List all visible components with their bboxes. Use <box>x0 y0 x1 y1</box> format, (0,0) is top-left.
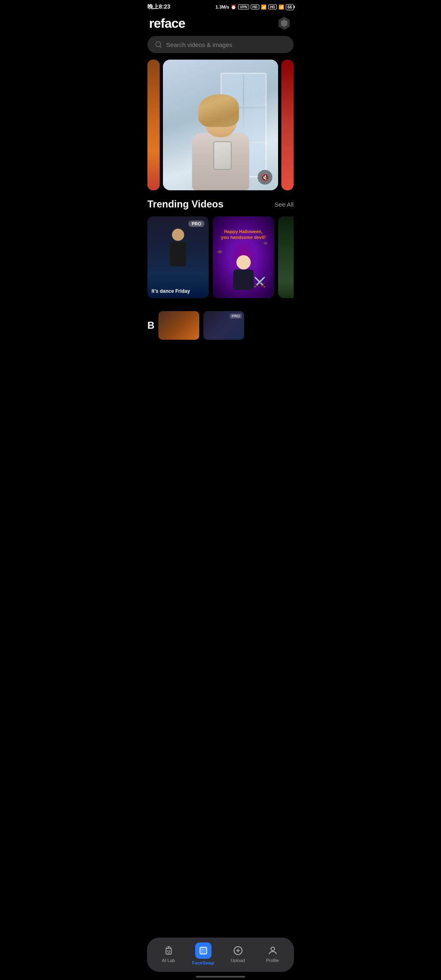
hero-carousel: 🔇 <box>141 60 300 190</box>
status-right: 1.3M/s ⏰ VPN HD 📶 HD 📶 66 <box>216 4 294 10</box>
app-logo: reface <box>149 16 185 31</box>
card-gradient-overlay <box>147 274 209 298</box>
status-time: 晚上8:23 <box>147 3 170 11</box>
mute-button[interactable]: 🔇 <box>258 170 272 185</box>
person-head <box>204 100 237 137</box>
svg-line-1 <box>160 46 161 47</box>
search-container: Search videos & images <box>141 36 300 60</box>
person-body <box>192 133 249 190</box>
video-label-dance: It's dance Friday <box>151 288 205 294</box>
pro-badge-dance: PRO <box>188 220 205 227</box>
bottom-thumbnail[interactable] <box>158 311 199 340</box>
dancer-body <box>170 242 186 266</box>
battery-indicator: 66 <box>286 4 294 10</box>
trending-title: Trending Videos <box>147 198 223 210</box>
devil-head <box>236 255 251 270</box>
bottom-content-row: B PRO <box>141 305 300 397</box>
devil-figure <box>233 255 254 290</box>
trending-videos-row: PRO It's dance Friday Happy Halloween,yo… <box>147 216 294 298</box>
signal-icon-1: 📶 <box>261 4 267 10</box>
third-card-bg <box>278 216 294 298</box>
settings-button[interactable] <box>276 16 292 31</box>
settings-hex-icon <box>278 17 291 30</box>
video-card-third[interactable] <box>278 216 294 298</box>
bat-icon-2: 🦇 <box>263 241 268 245</box>
trending-section: Trending Videos See All PRO It's dance F… <box>141 190 300 305</box>
bottom-section-label: B <box>147 320 154 331</box>
settings-hex-inner <box>281 20 288 27</box>
video-card-halloween[interactable]: Happy Halloween,you handsome devil! 🦇 🦇 … <box>213 216 274 298</box>
video-card-dance[interactable]: PRO It's dance Friday <box>147 216 209 298</box>
status-bar: 晚上8:23 1.3M/s ⏰ VPN HD 📶 HD 📶 66 <box>141 0 300 12</box>
hero-main-card[interactable]: 🔇 <box>163 60 278 190</box>
dance-figure <box>170 229 186 266</box>
pitchfork-icon: ⚔️ <box>254 276 266 288</box>
mute-icon: 🔇 <box>261 174 269 181</box>
bottom-thumbnail-2[interactable]: PRO <box>203 311 244 340</box>
pro-badge-bottom: PRO <box>230 314 242 318</box>
phone-prop <box>213 141 232 170</box>
hd-badge-2: HD <box>268 4 277 9</box>
app-header: reface <box>141 12 300 36</box>
search-icon <box>155 41 162 48</box>
search-placeholder-text: Search videos & images <box>166 41 232 48</box>
hero-side-left[interactable] <box>147 60 160 190</box>
hd-badge-1: HD <box>251 4 259 9</box>
halloween-text: Happy Halloween,you handsome devil! <box>217 229 270 241</box>
dancer-head <box>172 229 184 241</box>
side-card-decoration <box>147 60 160 190</box>
section-header: Trending Videos See All <box>147 198 294 210</box>
bat-icon-1: 🦇 <box>217 249 223 255</box>
vpn-badge: VPN <box>238 4 249 9</box>
search-bar[interactable]: Search videos & images <box>147 36 294 53</box>
alarm-icon: ⏰ <box>231 4 236 10</box>
devil-body <box>233 270 254 290</box>
signal-icon-2: 📶 <box>278 4 284 10</box>
person-figure <box>180 79 261 190</box>
hero-side-right[interactable] <box>281 60 294 190</box>
network-speed: 1.3M/s <box>216 4 229 9</box>
right-side-decoration <box>281 60 294 190</box>
person-hair <box>198 94 239 127</box>
see-all-button[interactable]: See All <box>274 201 294 208</box>
